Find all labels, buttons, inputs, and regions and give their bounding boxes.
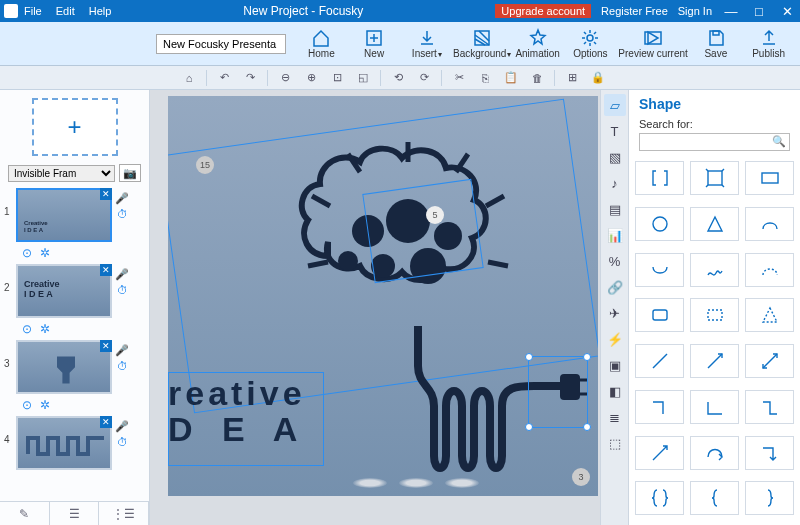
register-free-link[interactable]: Register Free <box>601 5 668 17</box>
ribbon-background[interactable]: Background <box>454 28 510 59</box>
tb-zoom-fit[interactable]: ⊡ <box>328 69 346 87</box>
tool-text[interactable]: T <box>604 120 626 142</box>
tool-link[interactable]: 🔗 <box>604 276 626 298</box>
shape-elbow-3[interactable] <box>745 390 794 424</box>
left-bottom-2[interactable]: ☰ <box>50 502 100 525</box>
shape-arrow[interactable] <box>690 344 739 378</box>
tool-video[interactable]: ▤ <box>604 198 626 220</box>
canvas-area[interactable]: 15 5 <box>150 90 600 525</box>
selection-box-text[interactable] <box>168 372 324 466</box>
ribbon-preview[interactable]: Preview current <box>618 28 689 59</box>
tool-music[interactable]: ♪ <box>604 172 626 194</box>
shape-rect-dashed[interactable] <box>690 298 739 332</box>
tool-shape[interactable]: ▱ <box>604 94 626 116</box>
menu-file[interactable]: File <box>24 5 42 17</box>
shape-triangle[interactable] <box>690 207 739 241</box>
tool-role[interactable]: % <box>604 250 626 272</box>
tool-formula[interactable]: ▣ <box>604 354 626 376</box>
minimize-button[interactable]: — <box>722 4 740 19</box>
left-bottom-3[interactable]: ⋮☰ <box>99 502 149 525</box>
shape-bracket-square[interactable] <box>635 161 684 195</box>
shape-arc-dashed[interactable] <box>745 253 794 287</box>
slide-play-icon[interactable]: ⊙ <box>22 246 32 260</box>
ribbon-new[interactable]: New <box>349 28 400 59</box>
frame-style-select[interactable]: Invisible Fram <box>8 165 115 182</box>
shape-circle[interactable] <box>635 207 684 241</box>
slide-timer-icon[interactable]: ⏱ <box>115 208 129 222</box>
slide-settings-icon[interactable]: ✲ <box>40 246 50 260</box>
tool-more[interactable]: ⬚ <box>604 432 626 454</box>
shape-curve-down[interactable] <box>635 253 684 287</box>
tb-zoom-in[interactable]: ⊕ <box>302 69 320 87</box>
ribbon-save[interactable]: Save <box>690 28 741 59</box>
slide-mic-icon[interactable]: 🎤 <box>115 192 129 206</box>
menu-edit[interactable]: Edit <box>56 5 75 17</box>
shape-brace-left[interactable] <box>690 481 739 515</box>
shape-brace-right[interactable] <box>745 481 794 515</box>
tb-home-icon[interactable]: ⌂ <box>180 69 198 87</box>
tb-group[interactable]: ⊞ <box>563 69 581 87</box>
shape-grid <box>629 157 800 525</box>
tb-lock[interactable]: 🔒 <box>589 69 607 87</box>
slide-delete[interactable]: ✕ <box>100 264 112 276</box>
tool-layers[interactable]: ≣ <box>604 406 626 428</box>
canvas[interactable]: 15 5 <box>168 96 598 496</box>
sign-in-link[interactable]: Sign In <box>678 5 712 17</box>
shape-frame[interactable] <box>690 161 739 195</box>
tb-copy[interactable]: ⎘ <box>476 69 494 87</box>
ribbon-insert[interactable]: Insert <box>402 28 453 59</box>
selection-box-inner[interactable] <box>362 179 483 283</box>
tb-undo[interactable]: ↶ <box>215 69 233 87</box>
svg-line-17 <box>488 262 508 266</box>
upgrade-account-button[interactable]: Upgrade account <box>495 4 591 18</box>
shape-triangle-dashed[interactable] <box>745 298 794 332</box>
marker-15[interactable]: 15 <box>196 156 214 174</box>
shape-squiggle[interactable] <box>690 253 739 287</box>
ribbon-animation[interactable]: Animation <box>512 28 563 59</box>
maximize-button[interactable]: □ <box>750 4 768 19</box>
ribbon-options[interactable]: Options <box>565 28 616 59</box>
slide-2[interactable]: 2 ✕CreativeI D E A 🎤⏱ <box>4 264 145 318</box>
shape-elbow-2[interactable] <box>690 390 739 424</box>
slide-3[interactable]: 3 ✕ 🎤⏱ <box>4 340 145 394</box>
ribbon-home[interactable]: Home <box>296 28 347 59</box>
tb-cut[interactable]: ✂ <box>450 69 468 87</box>
tb-rotate-right[interactable]: ⟳ <box>415 69 433 87</box>
tb-zoom-actual[interactable]: ◱ <box>354 69 372 87</box>
tool-image[interactable]: ▧ <box>604 146 626 168</box>
search-icon[interactable]: 🔍 <box>772 135 786 148</box>
shape-search-input[interactable] <box>639 133 790 151</box>
shape-rect[interactable] <box>745 161 794 195</box>
shape-brace[interactable] <box>635 481 684 515</box>
add-frame-button[interactable]: + <box>32 98 118 156</box>
shape-arc[interactable] <box>745 207 794 241</box>
slide-delete[interactable]: ✕ <box>100 188 112 200</box>
tb-zoom-out[interactable]: ⊖ <box>276 69 294 87</box>
snapshot-button[interactable]: 📷 <box>119 164 141 182</box>
marker-3[interactable]: 3 <box>572 468 590 486</box>
shape-elbow-1[interactable] <box>635 390 684 424</box>
svg-rect-24 <box>653 310 667 320</box>
tb-rotate-left[interactable]: ⟲ <box>389 69 407 87</box>
shape-rect-round[interactable] <box>635 298 684 332</box>
tb-paste[interactable]: 📋 <box>502 69 520 87</box>
close-button[interactable]: ✕ <box>778 4 796 19</box>
tool-chart[interactable]: 📊 <box>604 224 626 246</box>
tb-delete[interactable]: 🗑 <box>528 69 546 87</box>
selection-box-plug[interactable] <box>528 356 588 428</box>
ribbon-publish[interactable]: Publish <box>743 28 794 59</box>
shape-arrow-double[interactable] <box>745 344 794 378</box>
left-bottom-1[interactable]: ✎ <box>0 502 50 525</box>
menu-help[interactable]: Help <box>89 5 112 17</box>
shape-line[interactable] <box>635 344 684 378</box>
document-name-input[interactable] <box>156 34 286 54</box>
tool-symbol[interactable]: ✈ <box>604 302 626 324</box>
shape-diagonal-arrow[interactable] <box>635 436 684 470</box>
tool-smartart[interactable]: ◧ <box>604 380 626 402</box>
shape-curve-arrow[interactable] <box>690 436 739 470</box>
tb-redo[interactable]: ↷ <box>241 69 259 87</box>
slide-1[interactable]: 1 ✕CreativeI D E A 🎤⏱ <box>4 188 145 242</box>
shape-elbow-arrow[interactable] <box>745 436 794 470</box>
slide-4[interactable]: 4 ✕ 🎤⏱ <box>4 416 145 470</box>
tool-flash[interactable]: ⚡ <box>604 328 626 350</box>
